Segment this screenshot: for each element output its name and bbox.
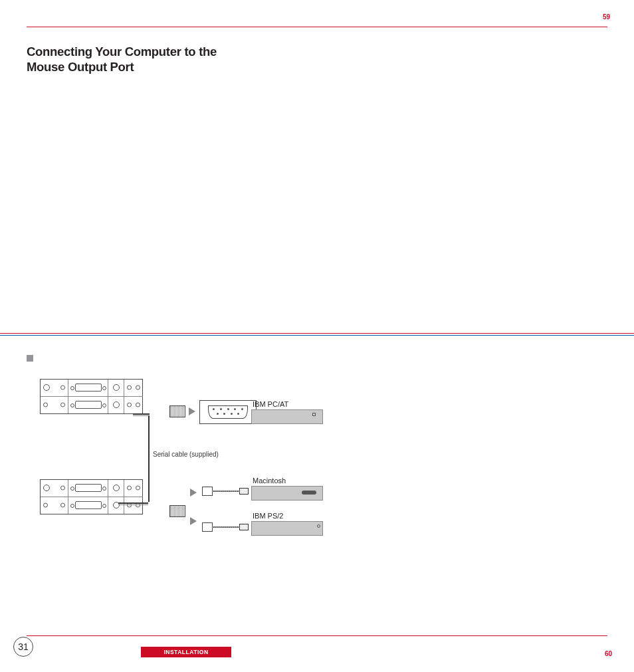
bullet-square-icon [27, 355, 33, 362]
footer: 31 [0, 636, 634, 657]
page-number-top: 59 [603, 13, 610, 21]
pc-at-device-icon [251, 409, 323, 424]
section-tab-installation: INSTALLATION [141, 647, 231, 657]
mini-connector-icon [202, 522, 213, 532]
connector-icon [169, 405, 185, 417]
ibm-pc-at-label: IBM PC/AT [253, 400, 288, 408]
page-container: 59 Connecting Your Computer to the Mouse… [0, 0, 634, 672]
section-heading-line2: Mouse Output Port [27, 60, 134, 74]
ps2-device-icon [251, 521, 323, 536]
divider-blue [0, 335, 634, 336]
arrow-icon [190, 489, 197, 497]
connector-icon [169, 505, 185, 517]
mini-plug-icon [239, 524, 249, 530]
section-heading: Connecting Your Computer to the Mouse Ou… [27, 44, 217, 74]
arrow-icon [189, 407, 195, 415]
divider-red [0, 333, 634, 334]
mini-connector-icon [202, 487, 213, 496]
ibm-ps2-label: IBM PS/2 [253, 512, 283, 520]
mini-plug-icon [239, 488, 249, 495]
db9-port-icon [199, 400, 257, 424]
projector-panel-bottom [40, 479, 143, 514]
connection-diagram: Serial cable (supplied) IBM PC/AT Macint… [40, 372, 332, 552]
macintosh-device-icon [251, 486, 323, 501]
header-rule [27, 27, 607, 27]
arrow-icon [190, 517, 197, 525]
cable-segment [148, 415, 150, 502]
page-number-left: 31 [13, 637, 33, 657]
page-number-right: 60 [605, 650, 612, 657]
cable-segment [118, 503, 148, 505]
cable-segment [133, 413, 150, 416]
projector-panel-top [40, 379, 143, 414]
section-heading-line1: Connecting Your Computer to the [27, 45, 217, 58]
macintosh-label: Macintosh [253, 477, 286, 485]
serial-cable-label: Serial cable (supplied) [153, 451, 219, 458]
